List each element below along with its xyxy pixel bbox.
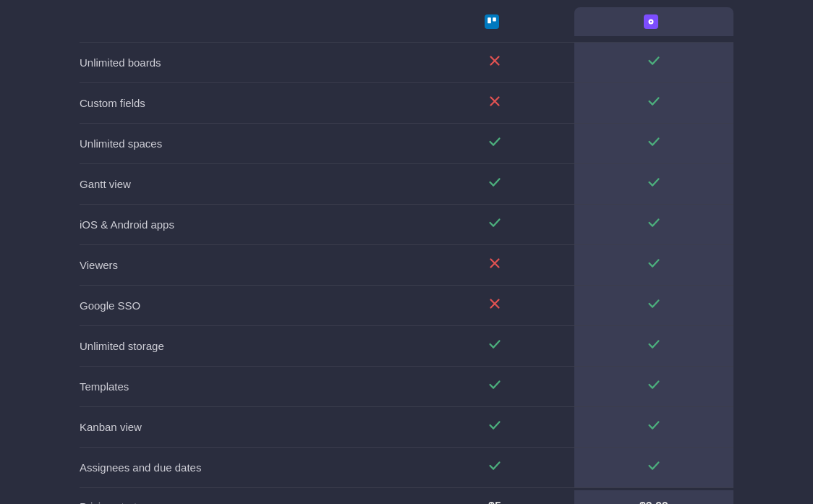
plaky-cell bbox=[574, 286, 733, 325]
trello-cell bbox=[415, 124, 574, 163]
plaky-cell bbox=[574, 326, 733, 366]
trello-header bbox=[415, 10, 574, 33]
svg-point-3 bbox=[650, 21, 652, 22]
feature-row: Templates bbox=[80, 367, 733, 407]
trello-cell bbox=[415, 164, 574, 204]
feature-row: Assignees and due dates bbox=[80, 448, 733, 488]
feature-label: Google SSO bbox=[80, 289, 415, 322]
feature-label: Templates bbox=[80, 370, 415, 403]
check-icon bbox=[487, 458, 503, 477]
check-icon bbox=[646, 377, 662, 396]
comparison-container: Unlimited boards Custom fields Unlimited… bbox=[0, 0, 813, 504]
check-icon bbox=[646, 458, 662, 477]
check-icon bbox=[487, 174, 503, 194]
feature-row: Viewers bbox=[80, 245, 733, 286]
feature-label: Viewers bbox=[80, 249, 415, 281]
price-value: $5 bbox=[488, 500, 501, 505]
feature-label: Pricing starts bbox=[80, 490, 415, 504]
trello-cell bbox=[415, 407, 574, 447]
trello-cell bbox=[415, 326, 574, 366]
svg-rect-0 bbox=[488, 17, 491, 23]
feature-row: Pricing starts $5 $3.99 bbox=[80, 488, 733, 504]
trello-cell bbox=[415, 205, 574, 244]
plaky-cell: $3.99 bbox=[574, 490, 733, 505]
feature-label: Unlimited spaces bbox=[80, 127, 415, 160]
check-icon bbox=[646, 53, 662, 72]
check-icon bbox=[487, 215, 503, 234]
cross-icon bbox=[487, 53, 503, 72]
cross-icon bbox=[487, 255, 503, 275]
check-icon bbox=[646, 134, 662, 153]
plaky-cell bbox=[574, 124, 733, 163]
check-icon bbox=[487, 336, 503, 356]
feature-row: Gantt view bbox=[80, 164, 733, 205]
plaky-cell bbox=[574, 245, 733, 285]
feature-row: Google SSO bbox=[80, 286, 733, 326]
plaky-icon bbox=[644, 14, 658, 29]
feature-label: iOS & Android apps bbox=[80, 208, 415, 241]
check-icon bbox=[646, 174, 662, 194]
cross-icon bbox=[487, 296, 503, 315]
feature-row: Unlimited boards bbox=[80, 43, 733, 83]
check-icon bbox=[646, 296, 662, 315]
check-icon bbox=[646, 93, 662, 113]
plaky-cell bbox=[574, 448, 733, 487]
plaky-cell bbox=[574, 43, 733, 82]
header-row bbox=[80, 0, 733, 43]
plaky-cell bbox=[574, 205, 733, 244]
feature-row: Kanban view bbox=[80, 407, 733, 448]
check-icon bbox=[646, 417, 662, 437]
feature-row: iOS & Android apps bbox=[80, 205, 733, 245]
feature-rows: Unlimited boards Custom fields Unlimited… bbox=[80, 43, 733, 504]
trello-cell bbox=[415, 245, 574, 285]
feature-label: Unlimited storage bbox=[80, 330, 415, 362]
feature-label: Assignees and due dates bbox=[80, 451, 415, 484]
check-icon bbox=[487, 377, 503, 396]
trello-icon bbox=[485, 14, 499, 29]
plaky-header bbox=[574, 7, 733, 36]
check-icon bbox=[487, 134, 503, 153]
feature-label: Unlimited boards bbox=[80, 46, 415, 79]
plaky-cell bbox=[574, 83, 733, 123]
price-value: $3.99 bbox=[639, 500, 668, 505]
plaky-cell bbox=[574, 367, 733, 406]
trello-cell bbox=[415, 367, 574, 406]
trello-cell bbox=[415, 83, 574, 123]
feature-label: Gantt view bbox=[80, 168, 415, 200]
check-icon bbox=[646, 336, 662, 356]
trello-cell bbox=[415, 448, 574, 487]
check-icon bbox=[487, 417, 503, 437]
feature-label: Custom fields bbox=[80, 87, 415, 119]
trello-cell bbox=[415, 43, 574, 82]
feature-label: Kanban view bbox=[80, 411, 415, 443]
feature-row: Unlimited storage bbox=[80, 326, 733, 367]
check-icon bbox=[646, 215, 662, 234]
feature-row: Custom fields bbox=[80, 83, 733, 124]
svg-rect-1 bbox=[493, 17, 496, 21]
feature-row: Unlimited spaces bbox=[80, 124, 733, 164]
plaky-cell bbox=[574, 407, 733, 447]
trello-cell: $5 bbox=[415, 490, 574, 505]
check-icon bbox=[646, 255, 662, 275]
cross-icon bbox=[487, 93, 503, 113]
trello-cell bbox=[415, 286, 574, 325]
plaky-cell bbox=[574, 164, 733, 204]
